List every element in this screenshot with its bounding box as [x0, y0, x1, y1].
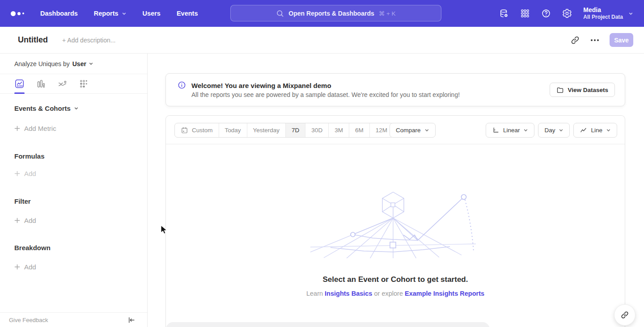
sidebar-footer: Give Feedback [0, 312, 147, 327]
data-management-icon[interactable] [499, 8, 509, 18]
insights-chart-card: Custom Today Yesterday 7D 30D 3M 6M 12M … [165, 115, 625, 327]
chevron-down-icon [424, 128, 429, 133]
report-description-input[interactable]: + Add description... [62, 37, 115, 44]
more-options-icon[interactable] [590, 38, 600, 43]
plus-icon [14, 171, 20, 176]
chevron-down-icon [628, 11, 633, 16]
or-explore-text: or explore [374, 290, 402, 297]
nav-users[interactable]: Users [143, 10, 161, 17]
collapse-sidebar-icon[interactable] [127, 316, 136, 324]
nav-right-cluster: Media All Project Data [499, 0, 644, 27]
analyze-by-dropdown[interactable]: User [72, 60, 93, 67]
tab-bar-chart-icon[interactable] [36, 79, 46, 88]
filter-section-title: Filter [0, 197, 147, 205]
chevron-down-icon [89, 61, 93, 66]
tab-retention-grid-icon[interactable] [79, 79, 89, 88]
date-range-segmented-control: Custom Today Yesterday 7D 30D 3M 6M 12M [174, 123, 394, 138]
add-formula-button[interactable]: Add [0, 170, 147, 177]
primary-nav: Dashboards Reports Users Events [40, 10, 198, 17]
add-metric-button[interactable]: Add Metric [0, 125, 147, 132]
compare-dropdown[interactable]: Compare [390, 123, 436, 138]
range-today[interactable]: Today [219, 123, 247, 137]
chevron-down-icon [122, 11, 127, 16]
nav-reports[interactable]: Reports [94, 10, 127, 17]
axes-icon [492, 126, 500, 134]
chevron-down-icon [559, 128, 564, 133]
search-placeholder: Open Reports & Dashboards [288, 10, 374, 17]
chart-type-tabs [0, 74, 147, 94]
folder-icon [556, 86, 564, 94]
range-yesterday[interactable]: Yesterday [247, 123, 286, 137]
range-7d[interactable]: 7D [286, 123, 305, 137]
top-nav: Dashboards Reports Users Events Open Rep… [0, 0, 644, 27]
tab-insights-line-icon[interactable] [15, 79, 24, 88]
search-icon [276, 9, 284, 17]
line-chart-icon [580, 126, 587, 134]
learn-text: Learn [306, 290, 323, 297]
report-header: Untitled + Add description... Save [0, 27, 644, 54]
calendar-icon [181, 126, 188, 134]
nav-events[interactable]: Events [177, 10, 198, 17]
project-name: Media [583, 6, 623, 14]
link-icon [620, 310, 629, 319]
give-feedback-link[interactable]: Give Feedback [9, 317, 48, 323]
settings-gear-icon[interactable] [562, 8, 572, 18]
project-scope: All Project Data [583, 14, 623, 21]
formulas-section-title: Formulas [0, 152, 147, 160]
plus-icon [14, 264, 20, 270]
main-panel: Welcome! You are viewing a Mixpanel demo… [148, 54, 644, 327]
nav-dashboards[interactable]: Dashboards [40, 10, 78, 17]
example-insights-reports-link[interactable]: Example Insights Reports [405, 290, 484, 297]
breakdown-section-title: Breakdown [0, 244, 147, 252]
chevron-down-icon [606, 128, 611, 133]
mixpanel-logo[interactable] [11, 11, 26, 16]
analyze-row: Analyze Uniques by User [0, 54, 147, 74]
chart-toolbar: Custom Today Yesterday 7D 30D 3M 6M 12M … [166, 116, 625, 144]
empty-state-illustration [310, 190, 480, 258]
global-search-input[interactable]: Open Reports & Dashboards ⌘ + K [230, 5, 441, 21]
add-filter-button[interactable]: Add [0, 217, 147, 224]
range-30d[interactable]: 30D [305, 123, 329, 137]
query-sidebar: Analyze Uniques by User [0, 54, 148, 327]
search-shortcut: ⌘ + K [379, 10, 396, 17]
project-switcher[interactable]: Media All Project Data [583, 6, 633, 21]
save-button[interactable]: Save [610, 33, 633, 47]
add-breakdown-button[interactable]: Add [0, 263, 147, 271]
empty-state-subtitle: Learn Insights Basics or explore Example… [166, 290, 625, 297]
report-title[interactable]: Untitled [18, 35, 48, 45]
view-datasets-button[interactable]: View Datasets [550, 83, 615, 97]
range-6m[interactable]: 6M [349, 123, 370, 137]
tab-flow-icon[interactable] [58, 79, 67, 88]
insights-basics-link[interactable]: Insights Basics [325, 290, 372, 297]
selected-tab-indicator [14, 92, 25, 94]
range-3m[interactable]: 3M [329, 123, 349, 137]
info-icon [178, 81, 186, 89]
banner-subtitle: All the reports you see are powered by a… [191, 91, 460, 98]
events-cohorts-section[interactable]: Events & Cohorts [0, 105, 147, 112]
range-custom[interactable]: Custom [175, 123, 219, 137]
plus-icon [14, 126, 20, 131]
plus-icon [14, 218, 20, 223]
share-link-fab[interactable] [614, 304, 636, 326]
demo-banner: Welcome! You are viewing a Mixpanel demo… [165, 73, 625, 106]
chevron-down-icon [523, 128, 528, 133]
analyze-label: Analyze Uniques by [14, 60, 70, 67]
results-panel-peek [166, 322, 490, 327]
help-icon[interactable] [541, 8, 551, 18]
scale-dropdown[interactable]: Linear [486, 123, 535, 138]
copy-link-icon[interactable] [570, 35, 580, 45]
empty-state-title: Select an Event or Cohort to get started… [166, 275, 625, 284]
granularity-dropdown[interactable]: Day [538, 123, 570, 138]
chart-style-dropdown[interactable]: Line [573, 123, 617, 138]
chevron-down-icon [74, 106, 79, 111]
apps-grid-icon[interactable] [520, 8, 530, 18]
banner-title: Welcome! You are viewing a Mixpanel demo [191, 82, 460, 89]
